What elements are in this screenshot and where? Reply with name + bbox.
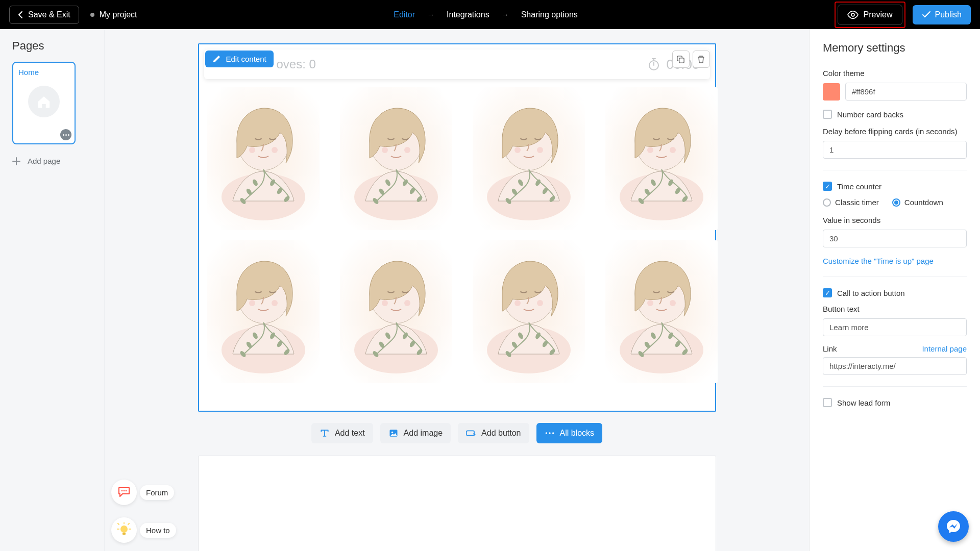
empty-block[interactable] (198, 456, 716, 551)
dots-icon (545, 428, 555, 438)
card-illustration (345, 95, 447, 222)
memory-card[interactable] (207, 87, 320, 230)
radio-classic-timer[interactable]: Classic timer (823, 198, 879, 207)
svg-point-30 (391, 432, 393, 433)
memory-card[interactable] (340, 87, 452, 230)
svg-rect-31 (467, 431, 474, 435)
home-icon (28, 86, 60, 117)
messenger-icon (945, 518, 962, 535)
publish-button[interactable]: Publish (913, 5, 971, 24)
preview-label: Preview (864, 10, 893, 19)
crumb-editor[interactable]: Editor (394, 10, 415, 19)
edit-content-button[interactable]: Edit content (205, 51, 274, 67)
internal-page-link[interactable]: Internal page (922, 344, 967, 353)
preview-button[interactable]: Preview (838, 5, 902, 25)
add-page-button[interactable]: Add page (12, 157, 92, 165)
memory-card[interactable] (605, 240, 718, 383)
show-lead-form-row[interactable]: Show lead form (823, 398, 967, 407)
add-text-button[interactable]: Add text (311, 423, 373, 443)
section-color: Color theme Number card backs Delay befo… (823, 69, 967, 170)
svg-point-34 (552, 432, 554, 434)
crumb-integrations[interactable]: Integrations (447, 10, 489, 19)
card-illustration (345, 248, 447, 375)
cta-label: Call to action button (837, 289, 905, 297)
pages-title: Pages (12, 39, 92, 53)
button-text-input[interactable] (823, 318, 967, 336)
checkbox-checked[interactable] (823, 182, 832, 191)
memory-block[interactable]: Edit content oves: 0 00 (198, 43, 716, 412)
stage-tools (672, 51, 710, 68)
page-thumb-home[interactable]: Home (12, 62, 76, 144)
preview-highlight: Preview (835, 2, 905, 28)
value-seconds-input[interactable] (823, 230, 967, 247)
right-panel: Memory settings Color theme Number card … (809, 29, 980, 551)
link-input[interactable] (823, 357, 967, 375)
delay-input[interactable] (823, 141, 967, 159)
customize-timeup-link[interactable]: Customize the "Time is up" page (823, 257, 934, 265)
crumb-arrow-icon: → (502, 11, 509, 19)
plus-icon (12, 157, 20, 165)
canvas: Edit content oves: 0 00 (105, 29, 809, 551)
card-illustration (610, 248, 713, 375)
color-hex-input[interactable] (845, 83, 967, 101)
add-page-label: Add page (28, 157, 60, 165)
number-card-backs-row[interactable]: Number card backs (823, 110, 967, 119)
edit-content-label: Edit content (226, 55, 266, 63)
left-panel: Pages Home Add page (0, 29, 105, 551)
svg-point-11 (249, 147, 255, 153)
card-illustration (610, 95, 713, 222)
add-image-label: Add image (404, 429, 443, 438)
svg-point-0 (851, 13, 854, 16)
checkbox-checked[interactable] (823, 288, 832, 297)
card-illustration (212, 95, 314, 222)
crumb-sharing[interactable]: Sharing options (521, 10, 578, 19)
card-grid (204, 85, 710, 385)
duplicate-button[interactable] (672, 51, 690, 68)
add-button-button[interactable]: Add button (458, 423, 529, 443)
crumb-arrow-icon: → (427, 11, 434, 19)
rp-title: Memory settings (823, 41, 967, 55)
check-icon (922, 11, 931, 18)
memory-card[interactable] (605, 87, 718, 230)
breadcrumb: Editor → Integrations → Sharing options (394, 10, 578, 19)
chat-fab[interactable] (938, 511, 969, 542)
page-menu-button[interactable] (60, 129, 71, 140)
number-card-backs-label: Number card backs (837, 110, 903, 119)
svg-point-32 (545, 432, 547, 434)
add-image-button[interactable]: Add image (380, 423, 451, 443)
memory-card[interactable] (207, 240, 320, 383)
cta-row[interactable]: Call to action button (823, 288, 967, 297)
page-thumb-label: Home (18, 68, 69, 77)
chevron-left-icon (18, 11, 23, 18)
delete-button[interactable] (693, 51, 710, 68)
publish-label: Publish (935, 10, 962, 19)
checkbox-unchecked[interactable] (823, 398, 832, 407)
topbar-right: Preview Publish (835, 2, 971, 28)
delay-label: Delay before flipping cards (in seconds) (823, 127, 967, 136)
memory-card[interactable] (473, 87, 585, 230)
section-timer: Time counter Classic timer Countdown Val… (823, 182, 967, 277)
project-title: My project (100, 10, 137, 19)
checkbox-unchecked[interactable] (823, 110, 832, 119)
copy-icon (676, 55, 685, 64)
time-counter-row[interactable]: Time counter (823, 182, 967, 191)
card-illustration (212, 248, 314, 375)
card-illustration (478, 95, 580, 222)
topbar: Save & Exit My project Editor → Integrat… (0, 0, 980, 29)
block-toolbar: Add text Add image Add button All blocks (198, 423, 716, 443)
memory-card[interactable] (340, 240, 452, 383)
color-swatch[interactable] (823, 83, 840, 101)
radio-countdown[interactable]: Countdown (892, 198, 943, 207)
section-cta: Call to action button Button text Link I… (823, 288, 967, 387)
color-theme-label: Color theme (823, 69, 967, 78)
section-lead: Show lead form (823, 398, 967, 418)
all-blocks-button[interactable]: All blocks (536, 423, 603, 443)
radio-selected-icon (892, 198, 900, 207)
all-blocks-label: All blocks (560, 429, 595, 438)
add-text-label: Add text (335, 429, 365, 438)
card-illustration (478, 248, 580, 375)
save-exit-button[interactable]: Save & Exit (9, 6, 79, 24)
svg-point-12 (272, 147, 278, 153)
time-counter-label: Time counter (837, 182, 881, 191)
memory-card[interactable] (473, 240, 585, 383)
